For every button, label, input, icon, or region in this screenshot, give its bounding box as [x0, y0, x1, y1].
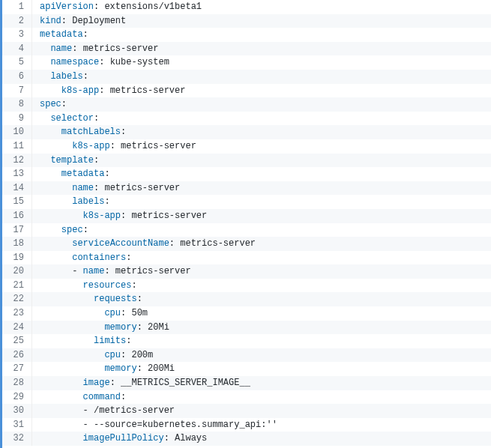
code-line[interactable]: 18 serviceAccountName: metrics-server	[2, 237, 491, 251]
code-line[interactable]: 16 k8s-app: metrics-server	[2, 209, 491, 223]
code-content: cpu: 50m	[32, 306, 148, 321]
line-number: 2	[2, 14, 32, 28]
code-line[interactable]: 11 k8s-app: metrics-server	[2, 139, 491, 154]
code-line[interactable]: 9 selector:	[2, 112, 491, 126]
line-number: 11	[2, 139, 32, 154]
code-viewer[interactable]: 1apiVersion: extensions/v1beta12kind: De…	[0, 0, 491, 448]
code-content: template:	[32, 154, 99, 168]
code-line[interactable]: 8spec:	[2, 97, 491, 112]
line-number: 1	[2, 0, 32, 14]
code-content: memory: 200Mi	[32, 362, 175, 376]
line-number: 15	[2, 195, 32, 209]
line-number: 30	[2, 404, 32, 418]
code-line[interactable]: 25 limits:	[2, 334, 491, 348]
code-content: containers:	[32, 251, 131, 265]
line-number: 22	[2, 292, 32, 306]
code-line[interactable]: 27 memory: 200Mi	[2, 362, 491, 376]
code-line[interactable]: 4 name: metrics-server	[2, 42, 491, 56]
code-line[interactable]: 12 template:	[2, 154, 491, 168]
line-number: 29	[2, 390, 32, 405]
code-content: image: __METRICS_SERVER_IMAGE__	[32, 376, 250, 390]
code-line[interactable]: 14 name: metrics-server	[2, 181, 491, 196]
line-number: 10	[2, 125, 32, 139]
line-number: 18	[2, 237, 32, 251]
line-number: 19	[2, 251, 32, 265]
code-content: limits:	[32, 334, 131, 348]
code-line[interactable]: 20 - name: metrics-server	[2, 264, 491, 279]
code-line[interactable]: 6 labels:	[2, 70, 491, 84]
code-content: serviceAccountName: metrics-server	[32, 237, 256, 251]
code-content: cpu: 200m	[32, 348, 153, 363]
line-number: 28	[2, 376, 32, 390]
code-content: spec:	[32, 223, 88, 237]
code-line[interactable]: 3metadata:	[2, 28, 491, 42]
line-number: 20	[2, 264, 32, 279]
line-number: 17	[2, 223, 32, 237]
code-line[interactable]: 23 cpu: 50m	[2, 306, 491, 321]
code-content: imagePullPolicy: Always	[32, 432, 207, 446]
code-line[interactable]: 17 spec:	[2, 223, 491, 237]
code-content: k8s-app: metrics-server	[32, 209, 207, 223]
code-line[interactable]: 30 - /metrics-server	[2, 404, 491, 418]
code-content: apiVersion: extensions/v1beta1	[32, 0, 202, 14]
line-number: 27	[2, 362, 32, 376]
code-line[interactable]: 2kind: Deployment	[2, 14, 491, 28]
code-line[interactable]: 22 requests:	[2, 292, 491, 306]
code-line[interactable]: 19 containers:	[2, 251, 491, 265]
line-number: 8	[2, 97, 32, 112]
line-number: 21	[2, 279, 32, 293]
code-content: resources:	[32, 279, 137, 293]
line-number: 32	[2, 432, 32, 446]
code-content: matchLabels:	[32, 125, 126, 139]
code-line[interactable]: 32 imagePullPolicy: Always	[2, 432, 491, 446]
code-line[interactable]: 26 cpu: 200m	[2, 348, 491, 363]
code-content: namespace: kube-system	[32, 55, 169, 70]
code-content: k8s-app: metrics-server	[32, 84, 185, 98]
code-line[interactable]: 1apiVersion: extensions/v1beta1	[2, 0, 491, 14]
code-content: name: metrics-server	[32, 42, 158, 56]
code-line[interactable]: 10 matchLabels:	[2, 125, 491, 139]
code-line[interactable]: 29 command:	[2, 390, 491, 405]
code-content: metadata:	[32, 167, 110, 181]
line-number: 12	[2, 154, 32, 168]
line-number: 31	[2, 418, 32, 432]
code-content: command:	[32, 390, 126, 405]
line-number: 9	[2, 112, 32, 126]
code-line[interactable]: 28 image: __METRICS_SERVER_IMAGE__	[2, 376, 491, 390]
code-content: - --source=kubernetes.summary_api:''	[32, 418, 277, 432]
code-content: requests:	[32, 292, 142, 306]
line-number: 5	[2, 55, 32, 70]
code-content: metadata:	[32, 28, 88, 42]
line-number: 4	[2, 42, 32, 56]
code-content: k8s-app: metrics-server	[32, 139, 196, 154]
code-line[interactable]: 21 resources:	[2, 279, 491, 293]
code-line[interactable]: 31 - --source=kubernetes.summary_api:''	[2, 418, 491, 432]
line-number: 23	[2, 306, 32, 321]
code-content: selector:	[32, 112, 99, 126]
code-content: memory: 20Mi	[32, 321, 169, 335]
line-number: 24	[2, 321, 32, 335]
code-content: name: metrics-server	[32, 181, 180, 196]
code-content: - name: metrics-server	[32, 264, 191, 279]
code-line[interactable]: 7 k8s-app: metrics-server	[2, 84, 491, 98]
code-line[interactable]: 24 memory: 20Mi	[2, 321, 491, 335]
code-content: - /metrics-server	[32, 404, 175, 418]
line-number: 6	[2, 70, 32, 84]
line-number: 3	[2, 28, 32, 42]
code-line[interactable]: 5 namespace: kube-system	[2, 55, 491, 70]
code-line[interactable]: 15 labels:	[2, 195, 491, 209]
line-number: 16	[2, 209, 32, 223]
line-number: 26	[2, 348, 32, 363]
line-number: 14	[2, 181, 32, 196]
line-number: 13	[2, 167, 32, 181]
code-line[interactable]: 13 metadata:	[2, 167, 491, 181]
code-content: labels:	[32, 195, 110, 209]
code-content: spec:	[32, 97, 67, 112]
code-content: labels:	[32, 70, 88, 84]
line-number: 7	[2, 84, 32, 98]
line-number: 25	[2, 334, 32, 348]
code-content: kind: Deployment	[32, 14, 126, 28]
